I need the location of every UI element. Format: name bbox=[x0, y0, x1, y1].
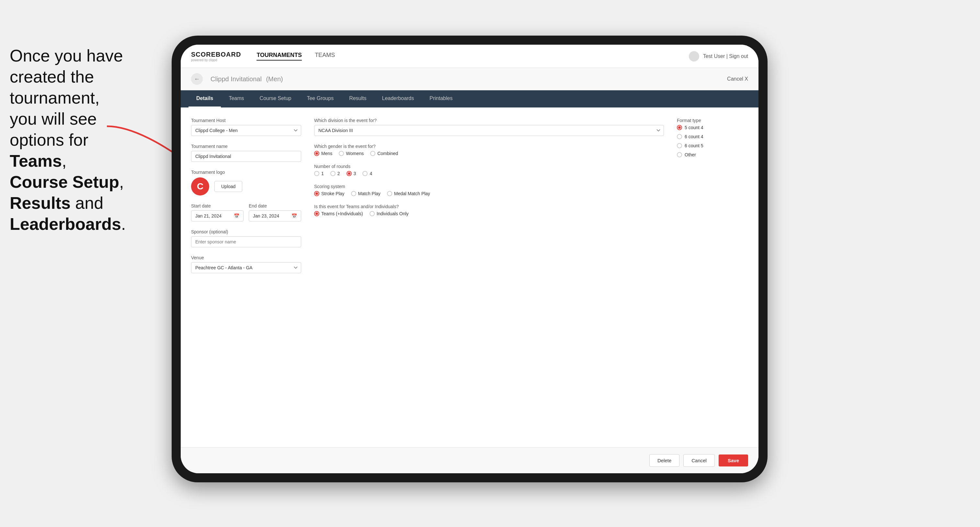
tab-leaderboards[interactable]: Leaderboards bbox=[374, 90, 422, 108]
right-column: Format type 5 count 4 6 count 4 6 count … bbox=[677, 118, 748, 437]
venue-group: Venue Peachtree GC - Atlanta - GA bbox=[191, 255, 301, 273]
sponsor-label: Sponsor (optional) bbox=[191, 229, 301, 234]
scoring-label: Scoring system bbox=[314, 184, 664, 189]
end-date-group: End date Jan 23, 2024 📅 bbox=[249, 203, 301, 221]
user-area: Test User | Sign out bbox=[689, 51, 748, 62]
tournament-name-group: Tournament name bbox=[191, 144, 301, 162]
gender-label: Which gender is the event for? bbox=[314, 144, 664, 149]
rounds-radio-group: 1 2 3 4 bbox=[314, 171, 664, 176]
scoring-medal-match[interactable]: Medal Match Play bbox=[387, 191, 430, 196]
tournament-logo-label: Tournament logo bbox=[191, 170, 301, 175]
logo-title: SCOREBOARD bbox=[191, 51, 241, 58]
scoring-group: Scoring system Stroke Play Match Play bbox=[314, 184, 664, 196]
main-content: Tournament Host Clippd College - Men Tou… bbox=[181, 108, 759, 447]
logo-upload-area: C Upload bbox=[191, 178, 301, 195]
round-2-radio[interactable] bbox=[330, 171, 336, 176]
format-6count4[interactable]: 6 count 4 bbox=[677, 134, 748, 139]
teams-plus-individuals[interactable]: Teams (+Individuals) bbox=[314, 211, 363, 216]
format-other-radio[interactable] bbox=[677, 152, 682, 157]
cancel-header-button[interactable]: Cancel X bbox=[727, 76, 748, 82]
nav-tournaments[interactable]: TOURNAMENTS bbox=[256, 52, 302, 60]
venue-select[interactable]: Peachtree GC - Atlanta - GA bbox=[191, 262, 301, 273]
tournament-name-label: Tournament name bbox=[191, 144, 301, 149]
division-group: Which division is the event for? NCAA Di… bbox=[314, 118, 664, 136]
format-6count4-radio[interactable] bbox=[677, 134, 682, 139]
round-4-radio[interactable] bbox=[363, 171, 368, 176]
end-date-input[interactable]: Jan 23, 2024 📅 bbox=[249, 210, 301, 221]
tab-tee-groups[interactable]: Tee Groups bbox=[299, 90, 341, 108]
team-individual-label: Is this event for Teams and/or Individua… bbox=[314, 204, 664, 209]
left-column: Tournament Host Clippd College - Men Tou… bbox=[191, 118, 301, 437]
tablet-frame: SCOREBOARD Powered by clippd TOURNAMENTS… bbox=[172, 36, 768, 483]
tab-course-setup[interactable]: Course Setup bbox=[252, 90, 299, 108]
format-5count4-radio[interactable] bbox=[677, 125, 682, 130]
gender-radio-group: Mens Womens Combined bbox=[314, 151, 664, 156]
tournament-host-select[interactable]: Clippd College - Men bbox=[191, 125, 301, 136]
teams-radio[interactable] bbox=[314, 211, 319, 216]
bottom-action-bar: Delete Cancel Save bbox=[181, 448, 759, 473]
scoring-radio-group: Stroke Play Match Play Medal Match Play bbox=[314, 191, 664, 196]
format-5count4[interactable]: 5 count 4 bbox=[677, 125, 748, 130]
start-date-group: Start date Jan 21, 2024 📅 bbox=[191, 203, 243, 221]
tournament-title: Clippd Invitational (Men) bbox=[208, 75, 727, 83]
tab-details[interactable]: Details bbox=[188, 90, 221, 108]
delete-button[interactable]: Delete bbox=[649, 454, 679, 467]
sponsor-input[interactable] bbox=[191, 236, 301, 247]
start-date-input[interactable]: Jan 21, 2024 📅 bbox=[191, 210, 243, 221]
format-6count5[interactable]: 6 count 5 bbox=[677, 143, 748, 148]
gender-combined-radio[interactable] bbox=[370, 151, 375, 156]
venue-label: Venue bbox=[191, 255, 301, 260]
scoring-stroke-radio[interactable] bbox=[314, 191, 319, 196]
individuals-radio[interactable] bbox=[369, 211, 375, 216]
tab-results[interactable]: Results bbox=[341, 90, 374, 108]
logo-preview: C bbox=[191, 178, 209, 195]
gender-womens[interactable]: Womens bbox=[339, 151, 364, 156]
division-select[interactable]: NCAA Division III bbox=[314, 125, 664, 136]
round-1[interactable]: 1 bbox=[314, 171, 324, 176]
nav-links: TOURNAMENTS TEAMS bbox=[256, 52, 689, 60]
back-button[interactable]: ← bbox=[191, 73, 203, 85]
gender-group: Which gender is the event for? Mens Wome… bbox=[314, 144, 664, 156]
logo-subtitle: Powered by clippd bbox=[191, 58, 241, 62]
format-6count5-radio[interactable] bbox=[677, 143, 682, 148]
rounds-label: Number of rounds bbox=[314, 164, 664, 169]
tournament-host-label: Tournament Host bbox=[191, 118, 301, 123]
gender-mens-radio[interactable] bbox=[314, 151, 319, 156]
calendar-icon-2: 📅 bbox=[291, 213, 297, 219]
gender-mens[interactable]: Mens bbox=[314, 151, 332, 156]
team-individual-group: Is this event for Teams and/or Individua… bbox=[314, 204, 664, 216]
tab-teams[interactable]: Teams bbox=[221, 90, 251, 108]
save-button[interactable]: Save bbox=[719, 454, 748, 467]
scoring-match-radio[interactable] bbox=[351, 191, 356, 196]
division-label: Which division is the event for? bbox=[314, 118, 664, 123]
round-2[interactable]: 2 bbox=[330, 171, 340, 176]
instruction-text: Once you have created the tournament, yo… bbox=[0, 45, 136, 235]
tab-bar: Details Teams Course Setup Tee Groups Re… bbox=[181, 90, 759, 108]
scoring-match[interactable]: Match Play bbox=[351, 191, 380, 196]
tournament-name-input[interactable] bbox=[191, 151, 301, 162]
tournament-header: ← Clippd Invitational (Men) Cancel X bbox=[181, 68, 759, 90]
middle-column: Which division is the event for? NCAA Di… bbox=[314, 118, 664, 437]
start-date-label: Start date bbox=[191, 203, 243, 208]
scoring-medal-radio[interactable] bbox=[387, 191, 392, 196]
gender-womens-radio[interactable] bbox=[339, 151, 344, 156]
format-other[interactable]: Other bbox=[677, 152, 748, 157]
scoring-stroke[interactable]: Stroke Play bbox=[314, 191, 345, 196]
round-3[interactable]: 3 bbox=[347, 171, 356, 176]
user-sign-out[interactable]: Test User | Sign out bbox=[703, 53, 748, 59]
round-3-radio[interactable] bbox=[347, 171, 352, 176]
cancel-button[interactable]: Cancel bbox=[683, 454, 715, 467]
round-1-radio[interactable] bbox=[314, 171, 319, 176]
round-4[interactable]: 4 bbox=[363, 171, 372, 176]
individuals-only[interactable]: Individuals Only bbox=[369, 211, 409, 216]
tablet-screen: SCOREBOARD Powered by clippd TOURNAMENTS… bbox=[181, 44, 759, 473]
format-type-label: Format type bbox=[677, 118, 748, 123]
tournament-host-group: Tournament Host Clippd College - Men bbox=[191, 118, 301, 136]
tournament-logo-group: Tournament logo C Upload bbox=[191, 170, 301, 195]
nav-teams[interactable]: TEAMS bbox=[315, 52, 335, 60]
top-nav: SCOREBOARD Powered by clippd TOURNAMENTS… bbox=[181, 44, 759, 68]
tab-printables[interactable]: Printables bbox=[422, 90, 460, 108]
upload-button[interactable]: Upload bbox=[215, 181, 242, 192]
gender-combined[interactable]: Combined bbox=[370, 151, 398, 156]
sponsor-group: Sponsor (optional) bbox=[191, 229, 301, 247]
